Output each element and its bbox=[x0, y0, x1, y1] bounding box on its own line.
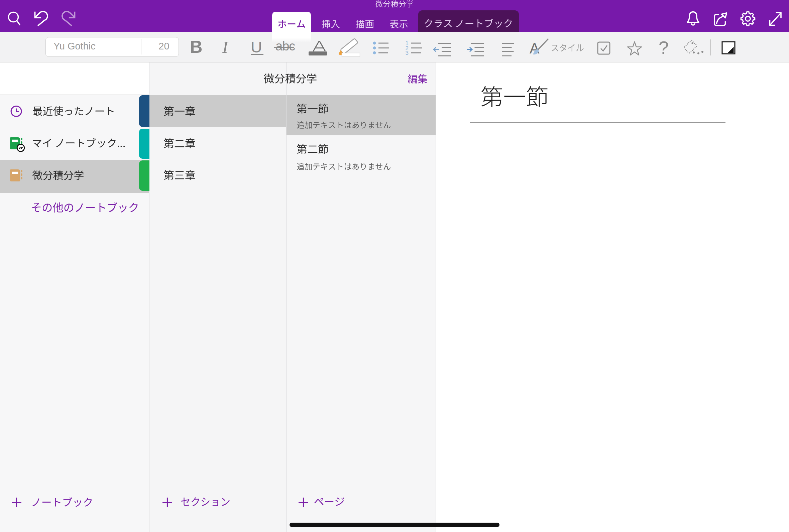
svg-text:3: 3 bbox=[406, 50, 409, 56]
